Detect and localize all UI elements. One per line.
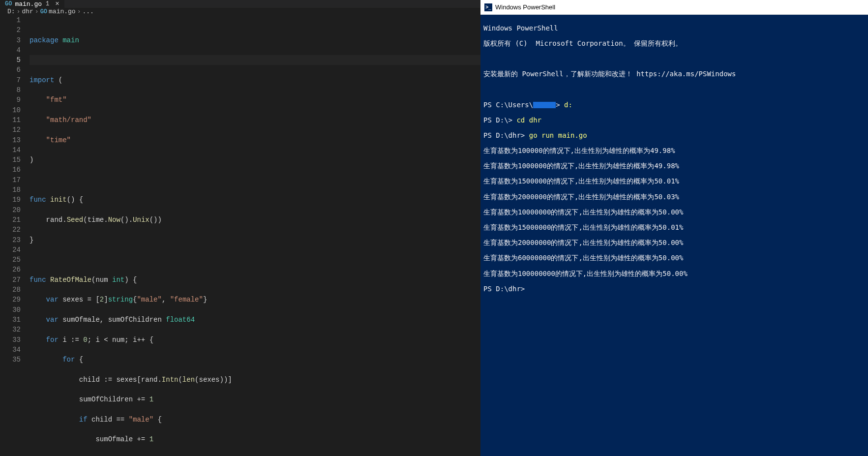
breadcrumb-root[interactable]: D: bbox=[7, 8, 15, 15]
terminal-line: 生育基数为1000000的情况下,出生性别为雄性的概率为49.98% bbox=[483, 162, 865, 170]
code-content[interactable]: package main import ( "fmt" "math/rand" … bbox=[30, 15, 480, 456]
terminal-line: 生育基数为2000000的情况下,出生性别为雄性的概率为50.03% bbox=[483, 193, 865, 201]
terminal-line: 生育基数为100000的情况下,出生性别为雄性的概率为49.98% bbox=[483, 147, 865, 155]
powershell-icon: >_ bbox=[484, 3, 492, 11]
terminal-line: 生育基数为1500000的情况下,出生性别为雄性的概率为50.01% bbox=[483, 178, 865, 185]
tab-bar: GO main.go 1 × bbox=[0, 0, 480, 8]
terminal-line: PS D:\> cd dhr bbox=[483, 117, 865, 124]
breadcrumbs[interactable]: D: › dhr › GO main.go › ... bbox=[0, 8, 480, 15]
editor-pane: GO main.go 1 × D: › dhr › GO main.go › .… bbox=[0, 0, 480, 456]
terminal-line: 安装最新的 PowerShell，了解新功能和改进！ https://aka.m… bbox=[483, 70, 865, 78]
terminal-line: 生育基数为60000000的情况下,出生性别为雄性的概率为50.00% bbox=[483, 254, 865, 262]
tab-filename: main.go bbox=[15, 0, 42, 8]
terminal-line: Windows PowerShell bbox=[483, 25, 865, 32]
breadcrumb-more[interactable]: ... bbox=[82, 8, 93, 15]
go-file-icon: GO bbox=[40, 8, 47, 15]
chevron-right-icon: › bbox=[17, 8, 21, 15]
terminal-line: 生育基数为100000000的情况下,出生性别为雄性的概率为50.00% bbox=[483, 270, 865, 278]
breadcrumb-file[interactable]: main.go bbox=[49, 8, 76, 15]
terminal-line: PS D:\dhr> go run main.go bbox=[483, 132, 865, 140]
breadcrumb-folder[interactable]: dhr bbox=[22, 8, 33, 15]
terminal-line: 生育基数为10000000的情况下,出生性别为雄性的概率为50.00% bbox=[483, 209, 865, 216]
terminal-line bbox=[483, 55, 865, 63]
terminal-title: Windows PowerShell bbox=[495, 3, 555, 11]
current-line-highlight bbox=[30, 55, 480, 65]
terminal-line: 生育基数为15000000的情况下,出生性别为雄性的概率为50.01% bbox=[483, 224, 865, 232]
chevron-right-icon: › bbox=[35, 8, 39, 15]
redacted-username bbox=[533, 102, 556, 108]
chevron-right-icon: › bbox=[77, 8, 81, 15]
terminal-title-bar[interactable]: >_ Windows PowerShell bbox=[480, 0, 868, 15]
terminal-line bbox=[483, 86, 865, 93]
terminal-line: PS D:\dhr> bbox=[483, 285, 865, 293]
tab-main-go[interactable]: GO main.go 1 × bbox=[0, 0, 65, 8]
tab-dirty-indicator: 1 bbox=[46, 0, 49, 7]
line-number-gutter: 1234 5678 9101112 13141516 17181920 2122… bbox=[0, 15, 30, 456]
go-file-icon: GO bbox=[5, 0, 12, 7]
terminal-pane: >_ Windows PowerShell Windows PowerShell… bbox=[480, 0, 868, 456]
terminal-line: PS C:\Users\> d: bbox=[483, 101, 865, 109]
terminal-body[interactable]: Windows PowerShell 版权所有 (C) Microsoft Co… bbox=[480, 15, 868, 456]
close-icon[interactable]: × bbox=[55, 0, 59, 8]
terminal-line: 版权所有 (C) Microsoft Corporation。 保留所有权利。 bbox=[483, 40, 865, 48]
terminal-line: 生育基数为20000000的情况下,出生性别为雄性的概率为50.00% bbox=[483, 239, 865, 247]
code-area[interactable]: 1234 5678 9101112 13141516 17181920 2122… bbox=[0, 15, 480, 456]
